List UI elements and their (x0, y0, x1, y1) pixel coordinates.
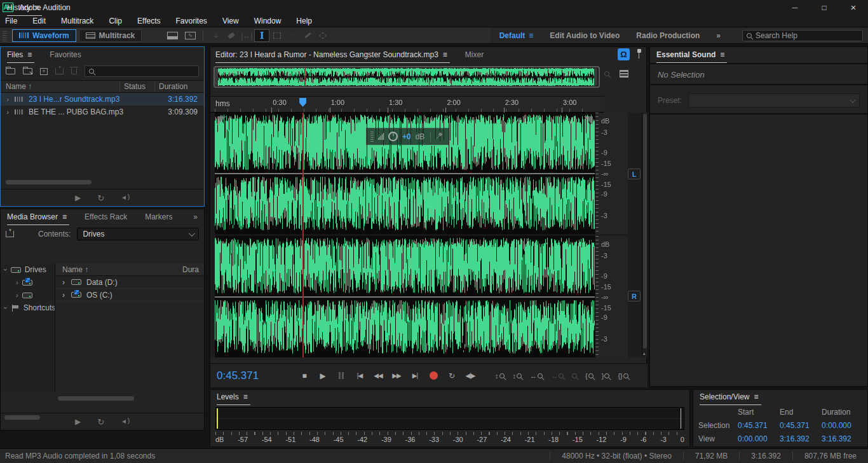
files-panel-menu-icon[interactable]: ≡ (27, 50, 32, 59)
tree-item-drive-d[interactable]: › (1, 289, 55, 301)
menu-window[interactable]: Window (254, 17, 281, 25)
close-button[interactable]: × (839, 0, 868, 15)
zoom-out-amplitude-icon[interactable]: ↕ (513, 372, 522, 380)
skip-to-start-button[interactable]: |◀ (355, 372, 365, 379)
tree-item-drives[interactable]: › Drives (1, 263, 55, 276)
chevron-icon[interactable]: › (56, 291, 71, 300)
column-duration[interactable]: Dura (182, 265, 204, 274)
workspace-menu-icon[interactable]: ≡ (529, 31, 533, 40)
column-status[interactable]: Status (119, 82, 154, 91)
help-search-input[interactable] (756, 31, 858, 40)
hud-grip[interactable] (370, 131, 374, 142)
file-row-selected[interactable]: › 23 I He...r Soundtrack.mp3 3:16.392 (1, 93, 204, 106)
rewind-button[interactable]: ◀◀ (373, 372, 383, 379)
paintbrush-tool-icon[interactable] (300, 29, 315, 42)
zoom-to-selection-icon[interactable]: {} (618, 372, 628, 380)
file-row[interactable]: › BE THE ... PUBG BAG.mp3 3:09.309 (1, 106, 204, 118)
time-display[interactable]: 0:45.371 (217, 370, 299, 382)
tree-item-shortcuts[interactable]: › Shortcuts (1, 301, 55, 314)
view-start-value[interactable]: 0:00.000 (738, 434, 780, 443)
selection-start-value[interactable]: 0:45.371 (738, 421, 780, 430)
playhead-marker[interactable] (299, 98, 306, 107)
history-panel-menu-icon[interactable]: ≡ (35, 3, 39, 12)
zoom-in-time-icon[interactable]: ↔ (530, 372, 543, 380)
waveform-mode-button[interactable]: Waveform (12, 29, 76, 42)
channel-right-badge[interactable]: R (628, 291, 641, 301)
waveform-display[interactable]: +0 dB dB -3 -9 -15 -∞ -15 -9 -3 dB -3 (210, 113, 648, 357)
hud-pin-icon[interactable] (434, 131, 444, 141)
pause-button[interactable] (336, 372, 346, 379)
gain-value[interactable]: +0 (402, 132, 411, 141)
tab-files[interactable]: Files ≡ (7, 48, 38, 62)
zoom-in-amplitude-icon[interactable]: ↕ (495, 372, 505, 380)
slip-tool-icon[interactable]: |↔| (239, 29, 254, 42)
essential-sound-menu-icon[interactable]: ≡ (720, 50, 724, 59)
zoom-selection-left-icon[interactable]: { (585, 372, 593, 380)
menu-view[interactable]: View (222, 17, 239, 25)
fast-forward-button[interactable]: ▶▶ (391, 372, 402, 379)
editor-vscrollbar[interactable]: ▴ (642, 113, 648, 357)
marker-pin-icon[interactable] (636, 49, 642, 60)
snap-toggle-icon[interactable]: Ω (618, 48, 630, 60)
play-button[interactable]: ▶ (318, 371, 328, 380)
menu-help[interactable]: Help (296, 17, 312, 25)
tab-favorites[interactable]: Favorites (50, 48, 87, 62)
preview-loop-icon[interactable]: ↻ (97, 194, 104, 202)
column-duration[interactable]: Duration (154, 82, 204, 91)
chevron-icon[interactable]: › (56, 278, 71, 287)
time-selection-tool-icon[interactable]: I (254, 29, 269, 42)
overview-right-handle[interactable] (594, 68, 597, 86)
tab-editor[interactable]: Editor: 23 I Heard a Rumor - Nameless Ga… (215, 48, 454, 62)
menu-multitrack[interactable]: Multitrack (61, 17, 93, 25)
selection-end-value[interactable]: 0:45.371 (780, 421, 822, 430)
workspace-radio-production[interactable]: Radio Production (636, 31, 700, 40)
spectral-display-icon[interactable] (165, 29, 180, 42)
maximize-button[interactable]: □ (810, 0, 839, 15)
preview-autoplay-icon[interactable] (121, 194, 130, 202)
media-row-data-d[interactable]: › Data (D:) (56, 276, 204, 289)
channel-left-badge[interactable]: L (628, 169, 641, 179)
media-row-os-c[interactable]: › OS (C:) (56, 289, 204, 301)
new-file-icon[interactable]: + (40, 68, 48, 75)
preview-play-icon[interactable]: ▶ (75, 417, 81, 426)
editor-panel-menu-icon[interactable]: ≡ (443, 50, 447, 59)
record-button[interactable] (428, 371, 438, 380)
tab-essential-sound[interactable]: Essential Sound ≡ (656, 48, 731, 62)
marquee-selection-tool-icon[interactable] (269, 29, 285, 42)
razor-tool-icon[interactable] (224, 29, 239, 42)
media-list-hscrollbar[interactable] (58, 396, 134, 401)
chevron-expanded-icon[interactable]: › (2, 268, 10, 271)
expand-chevron-icon[interactable]: › (1, 95, 15, 103)
workspace-default[interactable]: Default ≡ (499, 31, 534, 40)
save-file-icon[interactable] (55, 68, 64, 74)
spot-healing-brush-icon[interactable] (315, 29, 330, 42)
import-media-icon[interactable] (6, 231, 14, 237)
zoom-reset-icon[interactable] (572, 373, 577, 378)
contents-dropdown[interactable]: Drives (77, 228, 199, 240)
open-file-icon[interactable] (6, 68, 15, 74)
menu-file[interactable]: File (5, 17, 17, 25)
expand-chevron-icon[interactable]: › (1, 108, 15, 116)
scroll-up-icon[interactable]: ▴ (643, 351, 646, 356)
gain-knob[interactable] (388, 132, 398, 141)
view-duration-value[interactable]: 3:16.392 (822, 434, 864, 443)
menu-edit[interactable]: Edit (32, 17, 46, 25)
files-hscrollbar[interactable] (6, 180, 92, 184)
workspace-edit-audio-to-video[interactable]: Edit Audio to Video (550, 31, 620, 40)
waveform-canvas[interactable] (215, 113, 595, 357)
import-file-icon[interactable] (23, 68, 32, 74)
skip-to-end-button[interactable]: ▶| (410, 372, 420, 379)
zoom-out-time-icon[interactable]: ↔ (551, 372, 564, 380)
tab-levels[interactable]: Levels ≡ (217, 390, 254, 404)
tree-item-drive-c[interactable]: › (1, 276, 55, 289)
view-end-value[interactable]: 3:16.392 (780, 434, 822, 443)
menu-effects[interactable]: Effects (137, 17, 160, 25)
tab-markers[interactable]: Markers (145, 210, 179, 224)
lasso-selection-tool-icon[interactable]: ◌ (285, 29, 300, 42)
move-tool-icon[interactable] (208, 29, 224, 42)
vscrollbar-thumb[interactable] (643, 114, 647, 349)
stop-button[interactable]: ■ (299, 371, 309, 380)
zoom-selection-right-icon[interactable]: } (602, 372, 610, 380)
column-name[interactable]: Name ↑ (1, 82, 119, 91)
minimize-button[interactable]: ─ (780, 0, 810, 15)
